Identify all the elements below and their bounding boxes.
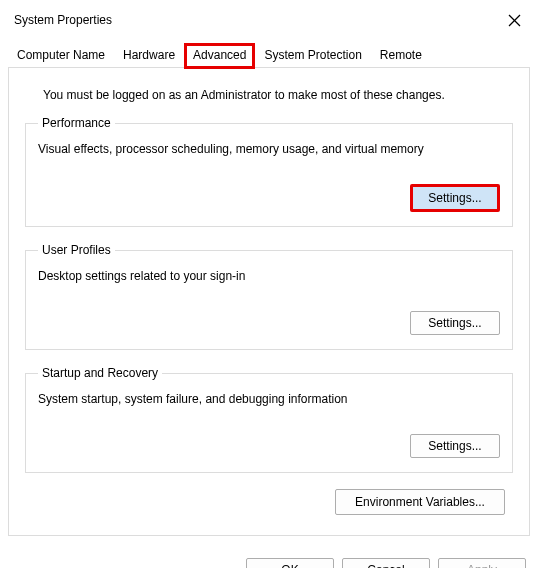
group-startup-recovery-legend: Startup and Recovery <box>38 366 162 380</box>
group-user-profiles: User Profiles Desktop settings related t… <box>25 243 513 350</box>
tab-remote[interactable]: Remote <box>371 43 431 69</box>
tab-advanced[interactable]: Advanced <box>184 43 255 69</box>
tab-content: You must be logged on as an Administrato… <box>8 68 530 536</box>
performance-settings-button[interactable]: Settings... <box>410 184 500 212</box>
group-performance-desc: Visual effects, processor scheduling, me… <box>38 142 500 156</box>
ok-button[interactable]: OK <box>246 558 334 568</box>
startup-recovery-settings-button[interactable]: Settings... <box>410 434 500 458</box>
window-title: System Properties <box>14 13 112 27</box>
group-performance-legend: Performance <box>38 116 115 130</box>
cancel-button[interactable]: Cancel <box>342 558 430 568</box>
group-performance: Performance Visual effects, processor sc… <box>25 116 513 227</box>
tab-hardware[interactable]: Hardware <box>114 43 184 69</box>
close-button[interactable] <box>500 6 528 34</box>
dialog-footer: OK Cancel Apply <box>0 544 538 568</box>
group-user-profiles-legend: User Profiles <box>38 243 115 257</box>
apply-button[interactable]: Apply <box>438 558 526 568</box>
tab-system-protection[interactable]: System Protection <box>255 43 370 69</box>
environment-variables-button[interactable]: Environment Variables... <box>335 489 505 515</box>
tab-strip: Computer Name Hardware Advanced System P… <box>0 42 538 68</box>
group-startup-recovery: Startup and Recovery System startup, sys… <box>25 366 513 473</box>
title-bar: System Properties <box>0 0 538 38</box>
admin-note: You must be logged on as an Administrato… <box>43 88 509 102</box>
group-user-profiles-desc: Desktop settings related to your sign-in <box>38 269 500 283</box>
user-profiles-settings-button[interactable]: Settings... <box>410 311 500 335</box>
close-icon <box>508 14 521 27</box>
tab-computer-name[interactable]: Computer Name <box>8 43 114 69</box>
group-startup-recovery-desc: System startup, system failure, and debu… <box>38 392 500 406</box>
